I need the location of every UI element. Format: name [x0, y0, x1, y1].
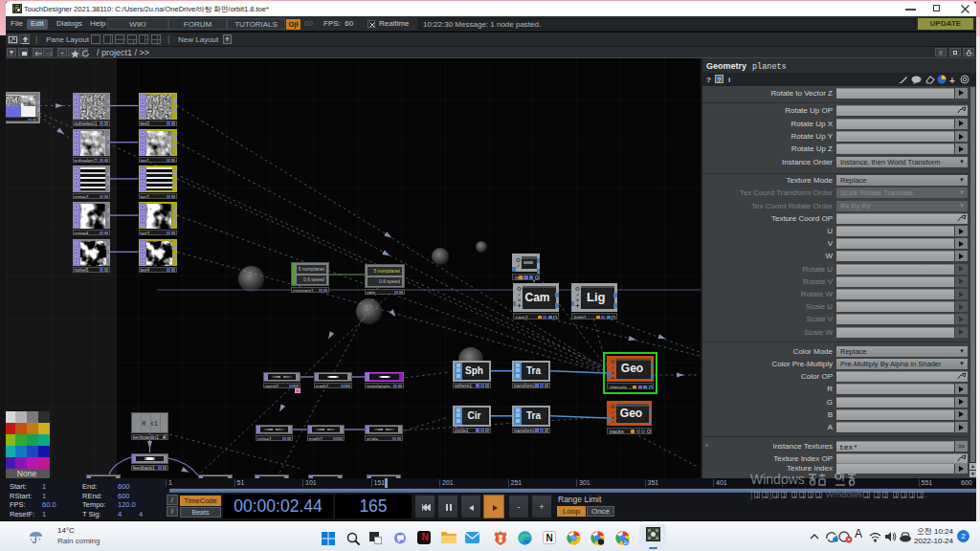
- svg-text:2u: 2u: [623, 540, 629, 545]
